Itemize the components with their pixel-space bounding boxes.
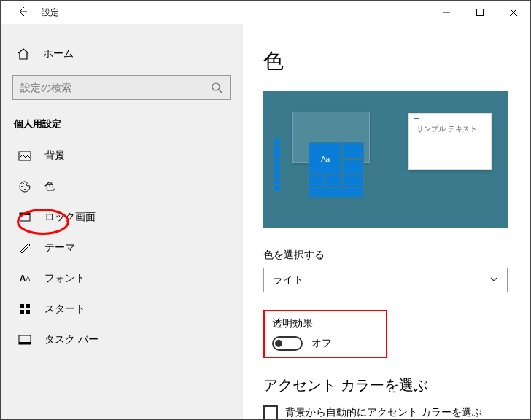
nav-background[interactable]: 背景 <box>12 141 231 171</box>
home-link[interactable]: ホーム <box>12 40 231 68</box>
svg-rect-8 <box>20 304 24 308</box>
color-mode-select[interactable]: ライト <box>263 268 508 292</box>
brush-icon <box>18 241 31 254</box>
home-label: ホーム <box>43 47 74 61</box>
svg-point-3 <box>21 186 23 187</box>
nav-colors[interactable]: 色 <box>12 171 231 202</box>
svg-point-5 <box>24 189 26 190</box>
preview-start-ribbon <box>274 139 280 199</box>
nav-label: ロック画面 <box>44 211 96 224</box>
color-mode-value: ライト <box>273 273 303 287</box>
transparency-label: 透明効果 <box>272 317 379 330</box>
nav-label: 背景 <box>44 149 65 163</box>
nav-label: 色 <box>44 180 55 193</box>
nav-label: タスク バー <box>44 333 98 346</box>
svg-rect-7 <box>20 213 30 215</box>
minimize-button[interactable] <box>430 1 463 24</box>
home-icon <box>17 47 30 61</box>
search-input[interactable] <box>20 82 210 93</box>
transparency-value: オフ <box>311 337 332 350</box>
toggle-knob <box>275 340 282 347</box>
nav-start[interactable]: スタート <box>12 294 231 324</box>
choose-color-label: 色を選択する <box>263 249 510 262</box>
svg-rect-11 <box>26 310 30 314</box>
svg-point-1 <box>212 83 220 90</box>
sidebar: ホーム 個人用設定 背景 色 ロック画面 <box>1 24 243 419</box>
picture-icon <box>18 149 31 163</box>
annotation-box: 透明効果 オフ <box>263 310 387 358</box>
svg-rect-10 <box>20 310 24 314</box>
back-button[interactable] <box>17 6 28 20</box>
chevron-down-icon <box>489 274 498 286</box>
auto-accent-label: 背景から自動的にアクセント カラーを選ぶ <box>285 406 482 419</box>
lockscreen-icon <box>18 211 31 224</box>
nav-lockscreen[interactable]: ロック画面 <box>12 202 231 233</box>
titlebar: 設定 <box>1 1 530 24</box>
palette-icon <box>18 180 31 193</box>
preview-tiles: Aa <box>309 142 365 199</box>
start-icon <box>18 303 31 316</box>
svg-point-4 <box>23 183 24 184</box>
taskbar-icon <box>18 333 31 346</box>
main-panel: 色 サンプル テキスト Aa 色を選択する ライト <box>243 24 530 419</box>
nav-fonts[interactable]: AA フォント <box>12 263 231 294</box>
nav-taskbar[interactable]: タスク バー <box>12 324 231 355</box>
close-button[interactable] <box>497 1 530 24</box>
preview-taskbar <box>263 199 508 228</box>
search-icon <box>210 81 223 94</box>
svg-rect-0 <box>477 9 484 16</box>
nav-label: フォント <box>44 272 85 285</box>
section-label: 個人用設定 <box>12 117 231 131</box>
maximize-button[interactable] <box>463 1 497 24</box>
preview-active-window: サンプル テキスト <box>408 113 492 170</box>
nav-label: スタート <box>44 303 85 316</box>
svg-rect-9 <box>26 304 30 308</box>
auto-accent-checkbox[interactable] <box>263 405 278 419</box>
preview-sample-text: サンプル テキスト <box>416 125 477 133</box>
window-title: 設定 <box>42 7 59 19</box>
page-heading: 色 <box>263 47 510 75</box>
font-icon: AA <box>18 272 31 285</box>
transparency-toggle[interactable] <box>272 336 303 351</box>
svg-rect-13 <box>19 342 31 344</box>
search-box[interactable] <box>12 75 231 100</box>
color-preview: サンプル テキスト Aa <box>263 91 508 228</box>
accent-heading: アクセント カラーを選ぶ <box>263 376 510 395</box>
nav-themes[interactable]: テーマ <box>12 233 231 263</box>
nav-label: テーマ <box>44 241 75 254</box>
preview-tile-aa: Aa <box>309 142 342 176</box>
